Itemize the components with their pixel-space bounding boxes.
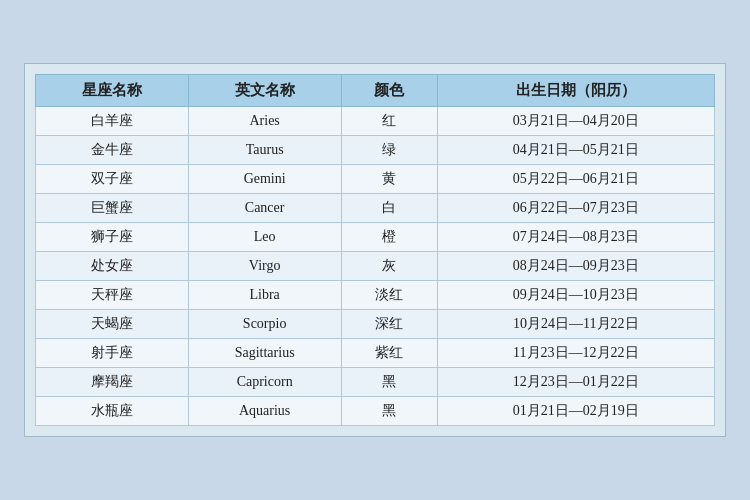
- cell-r2-c0: 双子座: [36, 165, 189, 194]
- cell-r10-c2: 黑: [341, 397, 437, 426]
- cell-r2-c2: 黄: [341, 165, 437, 194]
- zodiac-table-container: 星座名称 英文名称 颜色 出生日期（阳历） 白羊座Aries红03月21日—04…: [24, 63, 726, 437]
- cell-r9-c1: Capricorn: [188, 368, 341, 397]
- cell-r4-c1: Leo: [188, 223, 341, 252]
- cell-r6-c1: Libra: [188, 281, 341, 310]
- cell-r8-c0: 射手座: [36, 339, 189, 368]
- col-header-color: 颜色: [341, 75, 437, 107]
- cell-r5-c3: 08月24日—09月23日: [437, 252, 714, 281]
- col-header-chinese-name: 星座名称: [36, 75, 189, 107]
- cell-r5-c2: 灰: [341, 252, 437, 281]
- cell-r3-c3: 06月22日—07月23日: [437, 194, 714, 223]
- cell-r7-c3: 10月24日—11月22日: [437, 310, 714, 339]
- cell-r10-c0: 水瓶座: [36, 397, 189, 426]
- table-row: 白羊座Aries红03月21日—04月20日: [36, 107, 715, 136]
- cell-r7-c2: 深红: [341, 310, 437, 339]
- cell-r1-c1: Taurus: [188, 136, 341, 165]
- cell-r4-c2: 橙: [341, 223, 437, 252]
- cell-r0-c1: Aries: [188, 107, 341, 136]
- table-row: 天蝎座Scorpio深红10月24日—11月22日: [36, 310, 715, 339]
- cell-r6-c2: 淡红: [341, 281, 437, 310]
- cell-r4-c0: 狮子座: [36, 223, 189, 252]
- cell-r5-c1: Virgo: [188, 252, 341, 281]
- cell-r6-c3: 09月24日—10月23日: [437, 281, 714, 310]
- table-row: 摩羯座Capricorn黑12月23日—01月22日: [36, 368, 715, 397]
- cell-r0-c2: 红: [341, 107, 437, 136]
- cell-r9-c2: 黑: [341, 368, 437, 397]
- cell-r0-c3: 03月21日—04月20日: [437, 107, 714, 136]
- table-row: 狮子座Leo橙07月24日—08月23日: [36, 223, 715, 252]
- cell-r7-c0: 天蝎座: [36, 310, 189, 339]
- table-row: 水瓶座Aquarius黑01月21日—02月19日: [36, 397, 715, 426]
- cell-r1-c3: 04月21日—05月21日: [437, 136, 714, 165]
- cell-r1-c0: 金牛座: [36, 136, 189, 165]
- cell-r10-c1: Aquarius: [188, 397, 341, 426]
- cell-r1-c2: 绿: [341, 136, 437, 165]
- cell-r2-c3: 05月22日—06月21日: [437, 165, 714, 194]
- table-row: 巨蟹座Cancer白06月22日—07月23日: [36, 194, 715, 223]
- table-row: 金牛座Taurus绿04月21日—05月21日: [36, 136, 715, 165]
- table-row: 处女座Virgo灰08月24日—09月23日: [36, 252, 715, 281]
- cell-r4-c3: 07月24日—08月23日: [437, 223, 714, 252]
- cell-r8-c2: 紫红: [341, 339, 437, 368]
- cell-r0-c0: 白羊座: [36, 107, 189, 136]
- cell-r8-c1: Sagittarius: [188, 339, 341, 368]
- col-header-birthdate: 出生日期（阳历）: [437, 75, 714, 107]
- table-header-row: 星座名称 英文名称 颜色 出生日期（阳历）: [36, 75, 715, 107]
- cell-r2-c1: Gemini: [188, 165, 341, 194]
- cell-r3-c0: 巨蟹座: [36, 194, 189, 223]
- cell-r9-c0: 摩羯座: [36, 368, 189, 397]
- cell-r7-c1: Scorpio: [188, 310, 341, 339]
- cell-r9-c3: 12月23日—01月22日: [437, 368, 714, 397]
- cell-r5-c0: 处女座: [36, 252, 189, 281]
- table-row: 射手座Sagittarius紫红11月23日—12月22日: [36, 339, 715, 368]
- cell-r3-c1: Cancer: [188, 194, 341, 223]
- col-header-english-name: 英文名称: [188, 75, 341, 107]
- cell-r10-c3: 01月21日—02月19日: [437, 397, 714, 426]
- cell-r6-c0: 天秤座: [36, 281, 189, 310]
- table-row: 天秤座Libra淡红09月24日—10月23日: [36, 281, 715, 310]
- cell-r8-c3: 11月23日—12月22日: [437, 339, 714, 368]
- table-row: 双子座Gemini黄05月22日—06月21日: [36, 165, 715, 194]
- cell-r3-c2: 白: [341, 194, 437, 223]
- zodiac-table: 星座名称 英文名称 颜色 出生日期（阳历） 白羊座Aries红03月21日—04…: [35, 74, 715, 426]
